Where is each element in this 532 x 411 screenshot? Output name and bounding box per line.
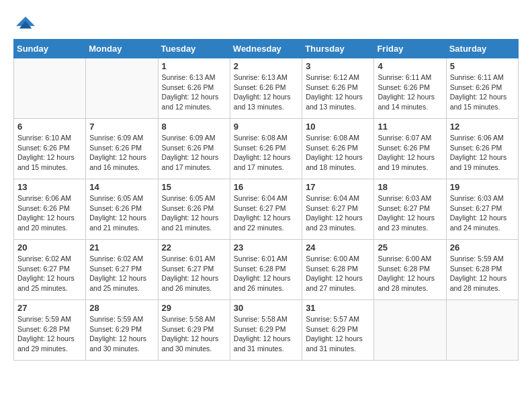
- calendar-cell: 8Sunrise: 6:09 AMSunset: 6:26 PMDaylight…: [158, 119, 230, 179]
- calendar-cell: 6Sunrise: 6:10 AMSunset: 6:26 PMDaylight…: [14, 119, 86, 179]
- calendar-cell: 26Sunrise: 5:59 AMSunset: 6:28 PMDayligh…: [446, 240, 518, 300]
- calendar-cell: [86, 58, 158, 119]
- calendar-header: SundayMondayTuesdayWednesdayThursdayFrid…: [14, 40, 519, 58]
- calendar-cell: 13Sunrise: 6:06 AMSunset: 6:26 PMDayligh…: [14, 179, 86, 240]
- day-info: Sunrise: 6:08 AMSunset: 6:26 PMDaylight:…: [234, 133, 298, 173]
- day-number: 7: [89, 122, 154, 132]
- day-number: 12: [450, 122, 515, 132]
- day-info: Sunrise: 6:08 AMSunset: 6:26 PMDaylight:…: [306, 133, 370, 173]
- day-number: 9: [234, 122, 298, 132]
- calendar-cell: 30Sunrise: 5:58 AMSunset: 6:29 PMDayligh…: [230, 300, 302, 361]
- header-cell-saturday: Saturday: [446, 40, 518, 58]
- day-number: 31: [306, 303, 370, 313]
- calendar-cell: 20Sunrise: 6:02 AMSunset: 6:27 PMDayligh…: [14, 240, 86, 300]
- day-info: Sunrise: 5:59 AMSunset: 6:28 PMDaylight:…: [450, 254, 515, 293]
- day-number: 6: [17, 122, 82, 132]
- day-info: Sunrise: 6:01 AMSunset: 6:28 PMDaylight:…: [234, 254, 298, 293]
- logo: [13, 13, 35, 32]
- day-info: Sunrise: 6:02 AMSunset: 6:27 PMDaylight:…: [89, 254, 154, 293]
- calendar-cell: 4Sunrise: 6:11 AMSunset: 6:26 PMDaylight…: [374, 58, 446, 119]
- calendar-cell: 11Sunrise: 6:07 AMSunset: 6:26 PMDayligh…: [374, 119, 446, 179]
- day-number: 10: [306, 122, 370, 132]
- week-row-1: 1Sunrise: 6:13 AMSunset: 6:26 PMDaylight…: [14, 58, 519, 119]
- day-number: 22: [162, 242, 226, 253]
- day-info: Sunrise: 5:59 AMSunset: 6:29 PMDaylight:…: [89, 314, 154, 354]
- calendar-cell: 21Sunrise: 6:02 AMSunset: 6:27 PMDayligh…: [86, 240, 158, 300]
- calendar-cell: 12Sunrise: 6:06 AMSunset: 6:26 PMDayligh…: [446, 119, 518, 179]
- day-info: Sunrise: 6:03 AMSunset: 6:27 PMDaylight:…: [450, 193, 515, 233]
- day-info: Sunrise: 6:10 AMSunset: 6:26 PMDaylight:…: [17, 133, 82, 173]
- day-info: Sunrise: 5:58 AMSunset: 6:29 PMDaylight:…: [162, 314, 226, 354]
- day-info: Sunrise: 5:57 AMSunset: 6:29 PMDaylight:…: [306, 314, 370, 354]
- day-info: Sunrise: 6:09 AMSunset: 6:26 PMDaylight:…: [162, 133, 226, 173]
- day-number: 2: [234, 61, 298, 71]
- header-cell-friday: Friday: [374, 40, 446, 58]
- calendar-cell: 5Sunrise: 6:11 AMSunset: 6:26 PMDaylight…: [446, 58, 518, 119]
- day-number: 5: [450, 61, 515, 71]
- day-number: 13: [17, 182, 82, 192]
- day-number: 8: [162, 122, 226, 132]
- day-info: Sunrise: 6:05 AMSunset: 6:26 PMDaylight:…: [162, 193, 226, 233]
- day-info: Sunrise: 6:12 AMSunset: 6:26 PMDaylight:…: [306, 73, 370, 112]
- day-number: 18: [378, 182, 442, 192]
- day-number: 23: [234, 242, 298, 253]
- day-number: 21: [89, 242, 154, 253]
- day-number: 17: [306, 182, 370, 192]
- day-number: 19: [450, 182, 515, 192]
- day-info: Sunrise: 6:01 AMSunset: 6:27 PMDaylight:…: [162, 254, 226, 293]
- calendar-cell: 2Sunrise: 6:13 AMSunset: 6:26 PMDaylight…: [230, 58, 302, 119]
- week-row-5: 27Sunrise: 5:59 AMSunset: 6:28 PMDayligh…: [14, 300, 519, 361]
- day-info: Sunrise: 6:06 AMSunset: 6:26 PMDaylight:…: [450, 133, 515, 173]
- day-info: Sunrise: 6:09 AMSunset: 6:26 PMDaylight:…: [89, 133, 154, 173]
- day-info: Sunrise: 6:00 AMSunset: 6:28 PMDaylight:…: [306, 254, 370, 293]
- calendar-cell: 23Sunrise: 6:01 AMSunset: 6:28 PMDayligh…: [230, 240, 302, 300]
- calendar-cell: 1Sunrise: 6:13 AMSunset: 6:26 PMDaylight…: [158, 58, 230, 119]
- day-info: Sunrise: 6:11 AMSunset: 6:26 PMDaylight:…: [450, 73, 515, 112]
- calendar-cell: 3Sunrise: 6:12 AMSunset: 6:26 PMDaylight…: [302, 58, 374, 119]
- calendar-body: 1Sunrise: 6:13 AMSunset: 6:26 PMDaylight…: [14, 58, 519, 361]
- day-number: 26: [450, 242, 515, 253]
- day-number: 28: [89, 303, 154, 313]
- day-info: Sunrise: 6:13 AMSunset: 6:26 PMDaylight:…: [162, 73, 226, 112]
- week-row-4: 20Sunrise: 6:02 AMSunset: 6:27 PMDayligh…: [14, 240, 519, 300]
- day-number: 24: [306, 242, 370, 253]
- calendar-cell: 27Sunrise: 5:59 AMSunset: 6:28 PMDayligh…: [14, 300, 86, 361]
- day-number: 25: [378, 242, 442, 253]
- calendar-cell: 24Sunrise: 6:00 AMSunset: 6:28 PMDayligh…: [302, 240, 374, 300]
- day-number: 4: [378, 61, 442, 71]
- logo-icon: [16, 13, 35, 32]
- day-info: Sunrise: 6:05 AMSunset: 6:26 PMDaylight:…: [89, 193, 154, 233]
- header-cell-thursday: Thursday: [302, 40, 374, 58]
- day-info: Sunrise: 5:58 AMSunset: 6:29 PMDaylight:…: [234, 314, 298, 354]
- calendar-cell: [446, 300, 518, 361]
- calendar-cell: 31Sunrise: 5:57 AMSunset: 6:29 PMDayligh…: [302, 300, 374, 361]
- calendar-cell: 25Sunrise: 6:00 AMSunset: 6:28 PMDayligh…: [374, 240, 446, 300]
- day-number: 16: [234, 182, 298, 192]
- day-info: Sunrise: 6:04 AMSunset: 6:27 PMDaylight:…: [306, 193, 370, 233]
- day-number: 30: [234, 303, 298, 313]
- day-number: 29: [162, 303, 226, 313]
- day-info: Sunrise: 6:13 AMSunset: 6:26 PMDaylight:…: [234, 73, 298, 112]
- day-number: 27: [17, 303, 82, 313]
- calendar-cell: [14, 58, 86, 119]
- calendar-cell: 9Sunrise: 6:08 AMSunset: 6:26 PMDaylight…: [230, 119, 302, 179]
- header-cell-wednesday: Wednesday: [230, 40, 302, 58]
- calendar-cell: 22Sunrise: 6:01 AMSunset: 6:27 PMDayligh…: [158, 240, 230, 300]
- day-number: 14: [89, 182, 154, 192]
- day-number: 3: [306, 61, 370, 71]
- calendar-cell: 7Sunrise: 6:09 AMSunset: 6:26 PMDaylight…: [86, 119, 158, 179]
- header-cell-tuesday: Tuesday: [158, 40, 230, 58]
- day-info: Sunrise: 6:07 AMSunset: 6:26 PMDaylight:…: [378, 133, 442, 173]
- calendar-table: SundayMondayTuesdayWednesdayThursdayFrid…: [13, 39, 519, 361]
- calendar-cell: 16Sunrise: 6:04 AMSunset: 6:27 PMDayligh…: [230, 179, 302, 240]
- day-info: Sunrise: 6:04 AMSunset: 6:27 PMDaylight:…: [234, 193, 298, 233]
- calendar-cell: 29Sunrise: 5:58 AMSunset: 6:29 PMDayligh…: [158, 300, 230, 361]
- header-cell-monday: Monday: [86, 40, 158, 58]
- calendar-cell: 28Sunrise: 5:59 AMSunset: 6:29 PMDayligh…: [86, 300, 158, 361]
- day-info: Sunrise: 6:11 AMSunset: 6:26 PMDaylight:…: [378, 73, 442, 112]
- day-info: Sunrise: 6:00 AMSunset: 6:28 PMDaylight:…: [378, 254, 442, 293]
- calendar-cell: [374, 300, 446, 361]
- day-info: Sunrise: 6:02 AMSunset: 6:27 PMDaylight:…: [17, 254, 82, 293]
- header-cell-sunday: Sunday: [14, 40, 86, 58]
- header-row: SundayMondayTuesdayWednesdayThursdayFrid…: [14, 40, 519, 58]
